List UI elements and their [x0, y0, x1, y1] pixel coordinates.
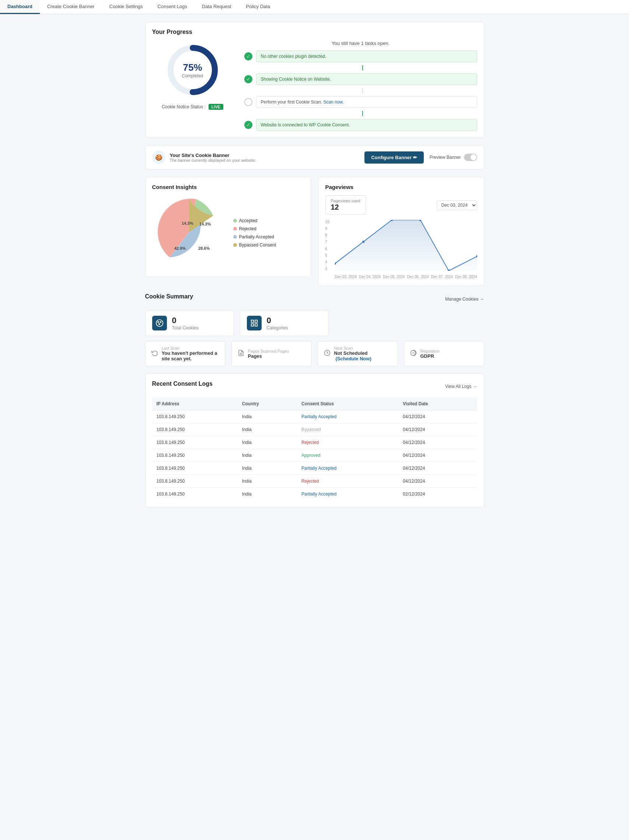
tab-consent-logs[interactable]: Consent Logs: [150, 0, 194, 14]
legend-label-rejected: Rejected: [239, 226, 256, 231]
svg-text:28.6%: 28.6%: [198, 246, 210, 251]
cell-status: Rejected: [297, 436, 398, 449]
pageviews-title: Pageviews: [326, 184, 477, 190]
svg-text:14.3%: 14.3%: [182, 221, 193, 226]
configure-banner-button[interactable]: Configure Banner ✏: [364, 152, 424, 164]
cell-country: India: [238, 411, 297, 423]
task-item-4: ✓ Website is connected to WP Cookie Cons…: [244, 119, 477, 131]
scan-now-link[interactable]: Scan now.: [324, 99, 344, 105]
task-item-1: ✓ No other cookies plugin detected.: [244, 51, 477, 62]
cookie-icon: 🍪: [152, 151, 166, 164]
task-check-1: ✓: [244, 52, 253, 60]
cell-status: Rejected: [297, 475, 398, 488]
progress-title: Your Progress: [152, 29, 477, 35]
task-check-4: ✓: [244, 121, 253, 129]
next-scan-info: Next Scan Not Scheduled (Schedule Now): [334, 346, 392, 362]
regulation-icon: [410, 350, 417, 358]
logs-header: Recent Consent Logs View All Logs →: [152, 381, 477, 392]
col-ip: IP Address: [152, 398, 238, 411]
tab-cookie-settings[interactable]: Cookie Settings: [102, 0, 150, 14]
navigation-tabs: Dashboard Create Cookie Banner Cookie Se…: [0, 0, 629, 14]
task-text-4: Website is connected to WP Cookie Consen…: [256, 119, 477, 131]
toggle-knob: [471, 155, 476, 160]
logs-table-body: 103.8.149.250 India Partially Accepted 0…: [152, 411, 477, 501]
categories-icon: [247, 316, 262, 330]
cell-date: 04/12/2024: [398, 462, 477, 475]
cookie-summary-section: Cookie Summary Manage Cookies → 0 Total …: [145, 293, 484, 366]
cell-ip: 103.8.149.250: [152, 462, 238, 475]
pv-used-box: Pageviews used 12: [326, 195, 366, 215]
cell-status: Partially Accepted: [297, 411, 398, 423]
categories-label: Categories: [267, 325, 288, 330]
last-scan-icon: [152, 350, 158, 358]
cell-country: India: [238, 488, 297, 501]
table-row: 103.8.149.250 India Rejected 04/12/2024: [152, 475, 477, 488]
pv-used-label: Pageviews used: [331, 199, 360, 203]
cell-ip: 103.8.149.250: [152, 411, 238, 423]
total-cookies-num: 0: [172, 316, 199, 325]
tab-create-cookie-banner[interactable]: Create Cookie Banner: [40, 0, 102, 14]
last-scan-info: Last Scan You haven't performed a site s…: [162, 346, 219, 362]
legend-label-accepted: Accepted: [239, 218, 258, 223]
banner-subtitle: The banner currently displayed on your w…: [170, 158, 256, 163]
banner-section: 🍪 Your Site's Cookie Banner The banner c…: [145, 145, 484, 169]
cell-ip: 103.8.149.250: [152, 488, 238, 501]
cell-status: Partially Accepted: [297, 488, 398, 501]
cell-country: India: [238, 423, 297, 436]
table-row: 103.8.149.250 India Approved 04/12/2024: [152, 449, 477, 462]
total-cookies-card: 0 Total Cookies: [145, 310, 234, 336]
next-scan-label: Next Scan: [334, 346, 392, 351]
summary-cards: 0 Total Cookies 0 Categories: [145, 310, 484, 336]
preview-label: Preview Banner: [430, 155, 461, 160]
cell-date: 02/12/2024: [398, 488, 477, 501]
cookies-icon: [152, 316, 167, 330]
cell-ip: 103.8.149.250: [152, 423, 238, 436]
schedule-now-link[interactable]: (Schedule Now): [336, 356, 372, 362]
pages-scanned-val: Pages: [248, 353, 289, 359]
consent-insights-column: Consent Insights: [145, 177, 311, 286]
tab-policy-data[interactable]: Policy Data: [239, 0, 278, 14]
col-status: Consent Status: [297, 398, 398, 411]
manage-cookies-link[interactable]: Manage Cookies →: [445, 297, 484, 302]
status-row: Cookie Notice Status : LIVE: [162, 104, 223, 110]
donut-percent: 75%: [182, 62, 203, 73]
logs-title: Recent Consent Logs: [152, 381, 213, 387]
last-scan-label: Last Scan: [162, 346, 219, 351]
insights-pageviews-row: Consent Insights: [145, 177, 484, 286]
pv-date-select[interactable]: Dec 03, 2024: [437, 201, 477, 210]
view-all-logs-link[interactable]: View All Logs →: [445, 384, 477, 389]
table-row: 103.8.149.250 India Rejected 04/12/2024: [152, 436, 477, 449]
svg-rect-20: [254, 324, 257, 326]
cell-date: 04/12/2024: [398, 436, 477, 449]
next-scan-icon: [324, 350, 330, 358]
pageviews-chart-area: 109876543: [326, 220, 477, 279]
categories-info: 0 Categories: [267, 316, 288, 330]
pages-scanned-icon: [238, 350, 244, 358]
svg-text:14.3%: 14.3%: [199, 222, 211, 226]
next-scan-card: Next Scan Not Scheduled (Schedule Now): [318, 341, 398, 366]
task-text-2: Showing Cookie Notice on Website.: [256, 73, 477, 85]
cell-country: India: [238, 436, 297, 449]
banner-right: Configure Banner ✏ Preview Banner: [364, 152, 477, 164]
task-check-2: ✓: [244, 75, 253, 83]
cell-date: 04/12/2024: [398, 411, 477, 423]
tab-dashboard[interactable]: Dashboard: [0, 0, 40, 14]
legend-bypassed: Bypassed Consent: [233, 242, 277, 248]
svg-rect-18: [254, 320, 257, 322]
tab-data-request[interactable]: Data Request: [194, 0, 239, 14]
total-cookies-info: 0 Total Cookies: [172, 316, 199, 330]
cell-ip: 103.8.149.250: [152, 475, 238, 488]
svg-point-16: [158, 324, 160, 325]
task-text-1: No other cookies plugin detected.: [256, 51, 477, 62]
pv-used-value: 12: [331, 203, 360, 212]
scan-cards: Last Scan You haven't performed a site s…: [145, 341, 484, 366]
progress-right: You still have 1 tasks open. ✓ No other …: [244, 41, 477, 131]
preview-toggle: Preview Banner: [430, 154, 477, 161]
banner-title: Your Site's Cookie Banner: [170, 153, 256, 158]
consent-logs-table: IP Address Country Consent Status Visite…: [152, 398, 477, 500]
cell-date: 04/12/2024: [398, 423, 477, 436]
table-row: 103.8.149.250 India Bypassed 04/12/2024: [152, 423, 477, 436]
table-row: 103.8.149.250 India Partially Accepted 0…: [152, 411, 477, 423]
preview-toggle-switch[interactable]: [464, 154, 477, 161]
legend-dot-partially: [233, 235, 237, 239]
